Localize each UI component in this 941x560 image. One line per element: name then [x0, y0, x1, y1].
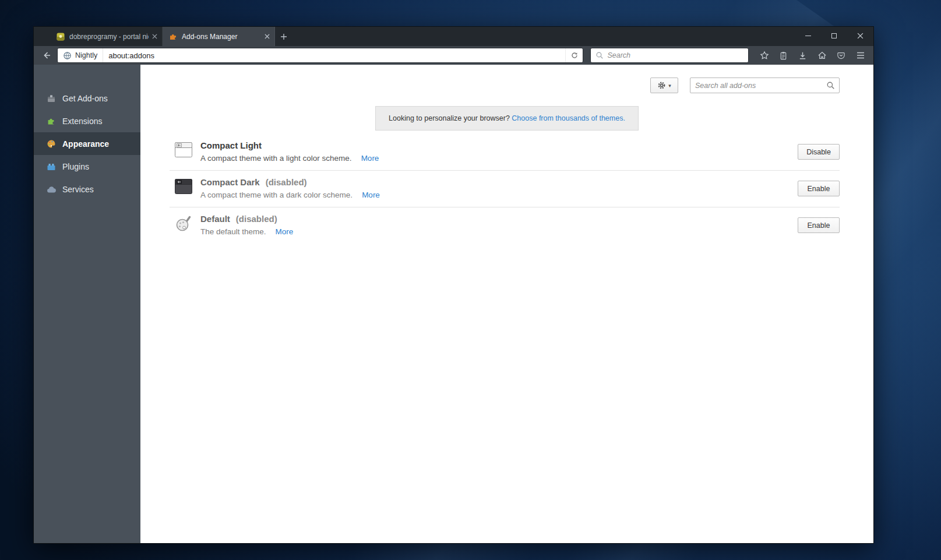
sidebar-item-label: Plugins — [62, 162, 89, 171]
tab-bar: dobreprogramy - portal nie Add-ons Manag… — [34, 27, 873, 46]
addons-search-field — [690, 78, 840, 93]
compact-light-theme-icon — [174, 140, 193, 159]
sidebar-item-label: Extensions — [62, 117, 102, 126]
tab-strip: dobreprogramy - portal nie Add-ons Manag… — [50, 27, 292, 46]
sidebar-item-get-addons[interactable]: Get Add-ons — [34, 87, 140, 110]
theme-status: (disabled) — [266, 177, 307, 187]
maximize-button[interactable] — [821, 27, 847, 45]
addons-manager-favicon — [168, 32, 178, 41]
identity-label: Nightly — [75, 51, 97, 59]
addons-topbar: ▾ — [140, 65, 873, 93]
tab-addons-manager[interactable]: Add-ons Manager — [163, 27, 275, 46]
search-input[interactable] — [607, 51, 746, 59]
theme-row-default: Default(disabled) The default theme.More… — [170, 207, 840, 244]
url-bar[interactable]: Nightly about:addons — [57, 48, 583, 63]
enable-button[interactable]: Enable — [798, 181, 840, 196]
theme-info: Default(disabled) The default theme.More — [200, 214, 293, 237]
gear-icon — [657, 81, 666, 90]
sidebar-item-appearance[interactable]: Appearance — [34, 132, 140, 155]
site-identity[interactable]: Nightly — [58, 48, 103, 62]
maximize-icon — [831, 33, 837, 38]
minimize-icon — [805, 36, 811, 36]
plugins-icon — [47, 162, 56, 171]
sidebar-item-label: Appearance — [62, 139, 109, 149]
addons-main-panel: ▾ Looking to personalize your browser? C… — [140, 65, 873, 543]
back-arrow-icon — [42, 51, 52, 60]
default-theme-icon — [174, 214, 193, 233]
clipboard-icon[interactable] — [774, 48, 793, 63]
addons-manager-page: Get Add-ons Extensions Appearance Plugin… — [34, 65, 873, 543]
tab-title: dobreprogramy - portal nie — [69, 33, 149, 41]
themes-gallery-link[interactable]: Choose from thousands of themes. — [512, 114, 625, 122]
back-button[interactable] — [38, 48, 56, 63]
theme-info: Compact Light A compact theme with a lig… — [200, 140, 379, 163]
dropdown-caret: ▾ — [668, 83, 671, 89]
home-icon[interactable] — [812, 48, 831, 63]
compact-dark-theme-icon — [174, 177, 193, 196]
banner-text: Looking to personalize your browser? — [389, 114, 510, 122]
sidebar-item-extensions[interactable]: Extensions — [34, 110, 140, 132]
more-link[interactable]: More — [362, 191, 380, 199]
navigation-toolbar: Nightly about:addons — [34, 46, 873, 65]
addons-search-input[interactable] — [695, 82, 826, 90]
tab-close-icon[interactable] — [265, 34, 270, 39]
dobreprogramy-favicon — [56, 32, 65, 41]
search-bar — [590, 48, 749, 63]
services-icon — [47, 185, 56, 194]
theme-description: The default theme. — [200, 227, 266, 236]
theme-name: Default — [200, 214, 230, 224]
appearance-icon — [47, 139, 56, 149]
more-link[interactable]: More — [361, 154, 379, 163]
addons-sidebar: Get Add-ons Extensions Appearance Plugin… — [34, 65, 140, 543]
tab-title: Add-ons Manager — [182, 33, 261, 41]
window-controls — [795, 27, 873, 45]
themes-promo-banner: Looking to personalize your browser? Cho… — [375, 106, 639, 131]
theme-list: Compact Light A compact theme with a lig… — [170, 134, 840, 244]
enable-button[interactable]: Enable — [798, 217, 840, 233]
reload-icon — [570, 51, 579, 59]
close-button[interactable] — [847, 27, 873, 45]
new-tab-button[interactable] — [275, 27, 292, 46]
disable-button[interactable]: Disable — [798, 144, 840, 160]
toolbar-buttons — [755, 48, 870, 63]
menu-icon[interactable] — [851, 48, 870, 63]
close-icon — [857, 33, 864, 39]
sidebar-item-plugins[interactable]: Plugins — [34, 155, 140, 178]
sidebar-item-label: Services — [62, 185, 94, 194]
search-icon — [826, 81, 835, 90]
theme-name: Compact Dark — [200, 177, 260, 187]
browser-window: dobreprogramy - portal nie Add-ons Manag… — [33, 26, 874, 544]
theme-info: Compact Dark(disabled) A compact theme w… — [200, 177, 380, 200]
pocket-icon[interactable] — [831, 48, 851, 63]
tab-close-icon[interactable] — [152, 34, 157, 39]
sidebar-item-label: Get Add-ons — [62, 94, 108, 103]
theme-description: A compact theme with a light color schem… — [200, 154, 352, 163]
sidebar-item-services[interactable]: Services — [34, 178, 140, 200]
theme-status: (disabled) — [236, 214, 277, 224]
bookmark-star-icon[interactable] — [755, 48, 774, 63]
extensions-icon — [47, 117, 56, 126]
tools-menu-button[interactable]: ▾ — [650, 78, 678, 93]
more-link[interactable]: More — [276, 227, 294, 236]
theme-description: A compact theme with a dark color scheme… — [200, 191, 353, 199]
download-icon[interactable] — [793, 48, 812, 63]
minimize-button[interactable] — [795, 27, 821, 45]
url-text: about:addons — [103, 51, 565, 60]
get-addons-icon — [47, 94, 56, 103]
theme-name: Compact Light — [200, 140, 262, 150]
theme-row-compact-dark: Compact Dark(disabled) A compact theme w… — [170, 171, 840, 207]
tab-dobreprogramy[interactable]: dobreprogramy - portal nie — [50, 27, 163, 46]
search-icon — [595, 51, 604, 59]
reload-button[interactable] — [565, 48, 583, 62]
theme-row-compact-light: Compact Light A compact theme with a lig… — [170, 134, 840, 171]
globe-icon — [63, 51, 72, 60]
